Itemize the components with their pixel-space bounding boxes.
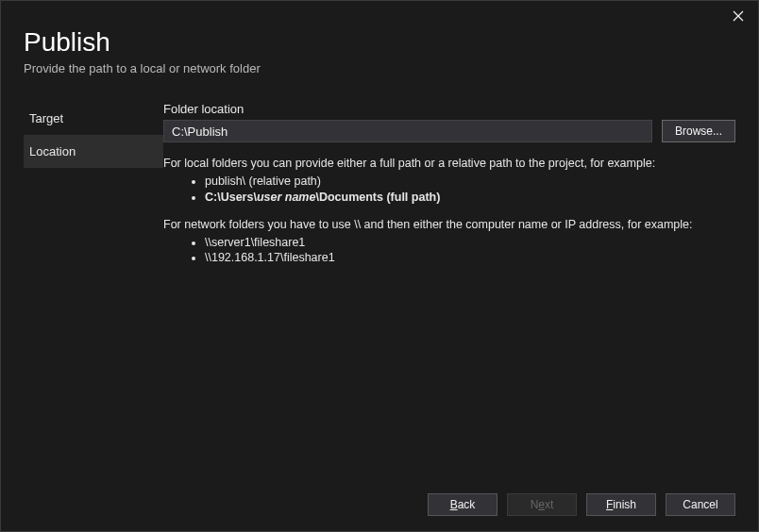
finish-button[interactable]: Finish	[586, 493, 656, 516]
help-network-example-name: \\server1\fileshare1	[205, 235, 735, 251]
help-local-example-full: C:\Users\user name\Documents (full path)	[205, 190, 735, 206]
help-text: For local folders you can provide either…	[163, 156, 735, 266]
sidebar-item-label: Location	[29, 144, 76, 158]
back-button[interactable]: Back	[428, 493, 498, 516]
help-network-intro: For network folders you have to use \\ a…	[163, 217, 735, 233]
browse-button-label: Browse...	[675, 125, 722, 138]
help-local-intro: For local folders you can provide either…	[163, 156, 735, 172]
publish-dialog: Publish Provide the path to a local or n…	[0, 0, 759, 532]
help-local-examples: publish\ (relative path) C:\Users\user n…	[205, 174, 735, 206]
close-icon	[733, 10, 744, 22]
folder-location-input[interactable]	[163, 120, 652, 142]
wizard-sidebar: Target Location	[24, 102, 163, 480]
folder-location-label: Folder location	[163, 102, 735, 116]
help-local-example-relative: publish\ (relative path)	[205, 174, 735, 190]
dialog-header: Publish Provide the path to a local or n…	[1, 1, 758, 81]
dialog-subtitle: Provide the path to a local or network f…	[24, 61, 735, 75]
help-network-examples: \\server1\fileshare1 \\192.168.1.17\file…	[205, 235, 735, 267]
browse-button[interactable]: Browse...	[662, 120, 735, 142]
next-button: Next	[507, 493, 577, 516]
sidebar-item-target[interactable]: Target	[24, 102, 163, 135]
sidebar-item-location[interactable]: Location	[24, 135, 163, 168]
dialog-footer: Back Next Finish Cancel	[1, 480, 758, 531]
sidebar-item-label: Target	[29, 111, 63, 125]
close-button[interactable]	[730, 10, 747, 27]
main-panel: Folder location Browse... For local fold…	[163, 102, 735, 480]
help-network-example-ip: \\192.168.1.17\fileshare1	[205, 250, 735, 266]
dialog-title: Publish	[24, 27, 735, 58]
dialog-body: Target Location Folder location Browse..…	[1, 81, 758, 480]
cancel-button[interactable]: Cancel	[666, 493, 735, 516]
folder-location-row: Browse...	[163, 120, 735, 142]
